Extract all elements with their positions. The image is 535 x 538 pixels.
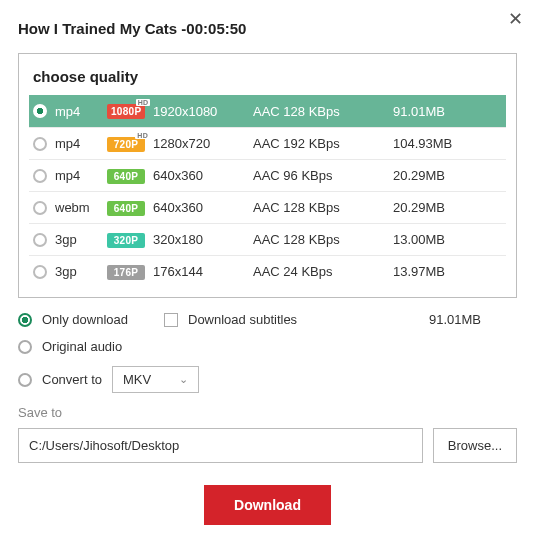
resolution-label: 1280x720 [153, 136, 253, 151]
download-subtitles-checkbox[interactable] [164, 313, 178, 327]
audio-label: AAC 128 KBps [253, 200, 393, 215]
quality-row[interactable]: mp4 1080PHD 1920x1080 AAC 128 KBps 91.01… [29, 95, 506, 127]
download-subtitles-label: Download subtitles [188, 312, 297, 327]
size-label: 13.97MB [393, 264, 502, 279]
resolution-label: 640x360 [153, 200, 253, 215]
save-to-label: Save to [18, 405, 517, 420]
resolution-badge: 1080PHD [107, 103, 153, 119]
chevron-down-icon: ⌄ [179, 373, 188, 386]
quality-heading: choose quality [29, 64, 506, 95]
browse-button[interactable]: Browse... [433, 428, 517, 463]
convert-format-select[interactable]: MKV ⌄ [112, 366, 199, 393]
audio-label: AAC 192 KBps [253, 136, 393, 151]
size-label: 13.00MB [393, 232, 502, 247]
audio-label: AAC 24 KBps [253, 264, 393, 279]
quality-row[interactable]: 3gp 176P 176x144 AAC 24 KBps 13.97MB [29, 255, 506, 287]
original-audio-label: Original audio [42, 339, 122, 354]
resolution-label: 176x144 [153, 264, 253, 279]
format-label: webm [55, 200, 107, 215]
resolution-badge: 176P [107, 264, 153, 280]
radio-icon[interactable] [33, 104, 47, 118]
window-title: How I Trained My Cats -00:05:50 [18, 20, 517, 37]
quality-row[interactable]: mp4 720PHD 1280x720 AAC 192 KBps 104.93M… [29, 127, 506, 159]
radio-icon[interactable] [33, 233, 47, 247]
resolution-badge: 320P [107, 232, 153, 248]
original-audio-radio[interactable] [18, 340, 32, 354]
only-download-label: Only download [42, 312, 128, 327]
download-button[interactable]: Download [204, 485, 331, 525]
audio-label: AAC 128 KBps [253, 104, 393, 119]
options-panel: Only download Download subtitles 91.01MB… [18, 312, 517, 393]
format-label: mp4 [55, 136, 107, 151]
format-label: mp4 [55, 168, 107, 183]
radio-icon[interactable] [33, 265, 47, 279]
size-label: 20.29MB [393, 200, 502, 215]
format-label: 3gp [55, 264, 107, 279]
radio-icon[interactable] [33, 169, 47, 183]
resolution-label: 1920x1080 [153, 104, 253, 119]
resolution-badge: 720PHD [107, 136, 153, 152]
selected-size: 91.01MB [429, 312, 517, 327]
only-download-radio[interactable] [18, 313, 32, 327]
size-label: 20.29MB [393, 168, 502, 183]
resolution-badge: 640P [107, 168, 153, 184]
audio-label: AAC 96 KBps [253, 168, 393, 183]
quality-row[interactable]: webm 640P 640x360 AAC 128 KBps 20.29MB [29, 191, 506, 223]
quality-row[interactable]: 3gp 320P 320x180 AAC 128 KBps 13.00MB [29, 223, 506, 255]
format-label: 3gp [55, 232, 107, 247]
resolution-badge: 640P [107, 200, 153, 216]
resolution-label: 320x180 [153, 232, 253, 247]
audio-label: AAC 128 KBps [253, 232, 393, 247]
close-icon[interactable]: ✕ [508, 8, 523, 30]
format-label: mp4 [55, 104, 107, 119]
resolution-label: 640x360 [153, 168, 253, 183]
quality-row[interactable]: mp4 640P 640x360 AAC 96 KBps 20.29MB [29, 159, 506, 191]
convert-to-label: Convert to [42, 372, 102, 387]
quality-rows: mp4 1080PHD 1920x1080 AAC 128 KBps 91.01… [29, 95, 506, 287]
size-label: 104.93MB [393, 136, 502, 151]
size-label: 91.01MB [393, 104, 502, 119]
save-path-input[interactable] [18, 428, 423, 463]
convert-format-value: MKV [123, 372, 151, 387]
convert-to-radio[interactable] [18, 373, 32, 387]
radio-icon[interactable] [33, 137, 47, 151]
quality-panel: choose quality mp4 1080PHD 1920x1080 AAC… [18, 53, 517, 298]
radio-icon[interactable] [33, 201, 47, 215]
